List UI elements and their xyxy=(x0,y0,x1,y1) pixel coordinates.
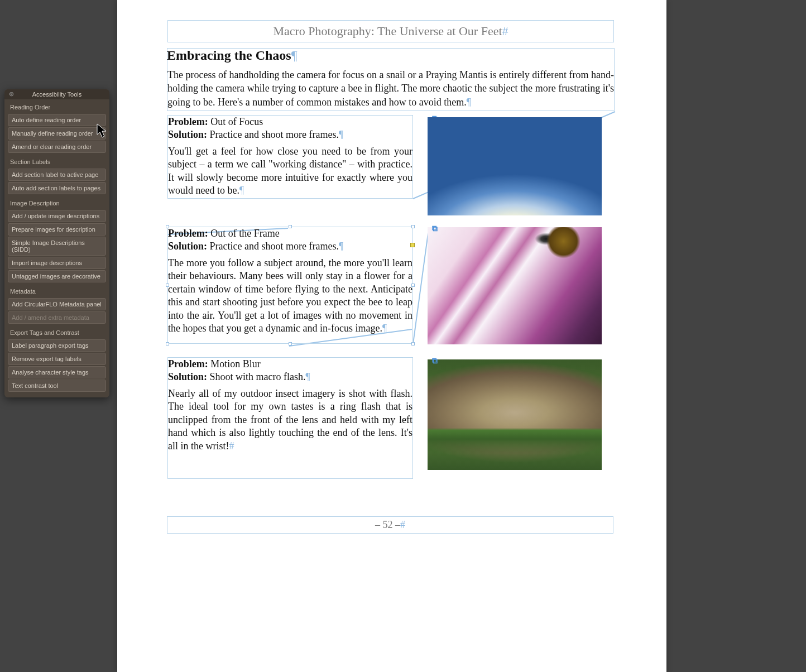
problem-label: Problem: xyxy=(168,116,208,127)
solution-text: Practice and shoot more frames. xyxy=(210,129,339,140)
text-frame-1[interactable]: Problem: Out of Focus Solution: Practice… xyxy=(167,115,413,199)
frame-handle[interactable] xyxy=(411,342,415,345)
out-port-icon[interactable] xyxy=(410,243,415,247)
end-of-story-icon: # xyxy=(502,24,508,38)
add-section-label-active[interactable]: Add section label to active page xyxy=(8,169,106,181)
running-head-text: Macro Photography: The Universe at Our F… xyxy=(273,24,502,38)
untagged-images-decorative[interactable]: Untagged images are decorative xyxy=(8,270,106,282)
remove-export-tag-labels[interactable]: Remove export tag labels xyxy=(8,353,106,365)
frame-handle[interactable] xyxy=(166,342,169,345)
pilcrow-icon: ¶ xyxy=(306,371,310,382)
text-frame-2[interactable]: Problem: Out of the Frame Solution: Prac… xyxy=(167,227,413,344)
problem-label: Problem: xyxy=(168,358,208,369)
auto-add-section-labels[interactable]: Auto add section labels to pages xyxy=(8,182,106,194)
frame-handle[interactable] xyxy=(166,225,169,228)
problem-text: Out of Focus xyxy=(210,116,263,127)
amend-clear-reading-order[interactable]: Amend or clear reading order xyxy=(8,141,106,153)
pilcrow-icon: ¶ xyxy=(291,48,298,63)
link-icon: ⧉ xyxy=(432,356,438,366)
pilcrow-icon: ¶ xyxy=(467,97,471,108)
section-heading-image-description: Image Description xyxy=(4,195,109,209)
svg-line-1 xyxy=(413,229,429,344)
problem-text: Out of the Frame xyxy=(210,228,279,239)
text-contrast-tool[interactable]: Text contrast tool xyxy=(8,380,106,392)
page-number: – 52 – xyxy=(375,519,400,530)
section-heading-reading-order: Reading Order xyxy=(4,99,109,113)
document-page[interactable]: Macro Photography: The Universe at Our F… xyxy=(117,0,666,672)
prepare-images-description[interactable]: Prepare images for description xyxy=(8,223,106,236)
accessibility-tools-panel: ⊗ Accessibility Tools Reading Order Auto… xyxy=(4,89,109,397)
end-of-story-icon: # xyxy=(400,519,405,530)
add-update-image-descriptions[interactable]: Add / update image descriptions xyxy=(8,210,106,222)
close-icon[interactable]: ⊗ xyxy=(8,90,15,97)
solution-text: Practice and shoot more frames. xyxy=(210,241,339,252)
solution-label: Solution: xyxy=(168,371,207,382)
photo-butterfly xyxy=(428,359,602,470)
photo-bee-flower xyxy=(428,227,602,344)
body-text-1: You'll get a feel for how close you need… xyxy=(168,145,412,198)
simple-image-descriptions[interactable]: Simple Image Descriptions (SIDD) xyxy=(8,237,106,256)
pilcrow-icon: ¶ xyxy=(339,129,343,140)
section-heading-section-labels: Section Labels xyxy=(4,154,109,167)
panel-title-bar[interactable]: ⊗ Accessibility Tools xyxy=(4,89,109,99)
image-frame-2[interactable]: ⧉ xyxy=(428,227,602,344)
panel-title: Accessibility Tools xyxy=(32,91,81,98)
frame-handle[interactable] xyxy=(289,225,292,228)
running-head-frame[interactable]: Macro Photography: The Universe at Our F… xyxy=(167,20,614,42)
analyse-character-style-tags[interactable]: Analyse character style tags xyxy=(8,366,106,378)
frame-handle[interactable] xyxy=(166,284,169,287)
pilcrow-icon: ¶ xyxy=(382,323,387,334)
add-amend-extra-metadata[interactable]: Add / amend extra metadata xyxy=(8,311,106,324)
body-text-3: Nearly all of my outdoor insect imagery … xyxy=(168,387,412,453)
auto-define-reading-order[interactable]: Auto define reading order xyxy=(8,114,106,126)
link-icon: ⧉ xyxy=(432,224,438,233)
add-circularflo-metadata[interactable]: Add CircularFLO Metadata panel xyxy=(8,298,106,310)
import-image-descriptions[interactable]: Import image descriptions xyxy=(8,257,106,269)
text-frame-3[interactable]: Problem: Motion Blur Solution: Shoot wit… xyxy=(167,357,413,479)
section-heading-metadata: Metadata xyxy=(4,284,109,297)
frame-handle[interactable] xyxy=(289,342,292,345)
page-number-frame[interactable]: – 52 –# xyxy=(167,516,613,534)
photo-sun-sky xyxy=(428,117,602,215)
label-paragraph-export-tags[interactable]: Label paragraph export tags xyxy=(8,339,106,352)
pilcrow-icon: ¶ xyxy=(239,185,244,196)
solution-label: Solution: xyxy=(168,129,207,140)
body-text-2: The more you follow a subject around, th… xyxy=(168,257,412,335)
manually-define-reading-order[interactable]: Manually define reading order xyxy=(8,127,106,140)
problem-label: Problem: xyxy=(168,228,208,239)
intro-paragraph: The process of handholding the camera fo… xyxy=(167,68,614,109)
solution-text: Shoot with macro flash. xyxy=(210,371,306,382)
page-heading: Embracing the Chaos¶ xyxy=(167,48,298,63)
section-heading-export-tags: Export Tags and Contrast xyxy=(4,325,109,338)
image-frame-1[interactable]: ⧉ xyxy=(428,117,602,215)
frame-handle[interactable] xyxy=(411,225,415,228)
end-of-story-icon: # xyxy=(229,440,234,452)
pilcrow-icon: ¶ xyxy=(339,241,343,252)
frame-handle[interactable] xyxy=(411,284,415,287)
image-frame-3[interactable]: ⧉ xyxy=(428,359,602,470)
problem-text: Motion Blur xyxy=(210,358,261,369)
solution-label: Solution: xyxy=(168,241,207,252)
